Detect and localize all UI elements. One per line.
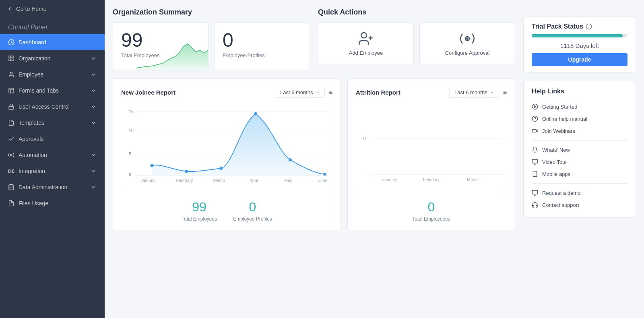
attrition-menu-icon[interactable]: ≡	[503, 89, 507, 96]
go-home-label: Go to Home	[16, 6, 46, 12]
sidebar-item-forms[interactable]: Forms and Tabs	[0, 83, 105, 99]
add-employee-icon	[358, 31, 374, 47]
sidebar-label-integration: Integration	[19, 168, 45, 174]
sidebar-label-templates: Templates	[19, 120, 44, 126]
svg-point-29	[185, 170, 188, 173]
new-joinee-svg-chart: 15 10 5 0	[121, 104, 332, 185]
sidebar-label-files: Files Usage	[19, 200, 48, 206]
help-manual[interactable]: Online help manual	[532, 113, 627, 125]
svg-rect-6	[9, 88, 14, 93]
help-mobile-apps-label: Mobile apps	[542, 171, 570, 177]
configure-approval-icon	[459, 31, 475, 47]
sidebar-item-automation[interactable]: Automation	[0, 147, 105, 163]
help-links-title: Help Links	[532, 88, 627, 95]
play-icon	[532, 159, 538, 165]
svg-point-18	[465, 37, 469, 41]
quick-actions-title: Quick Actions	[318, 8, 515, 17]
headphones-icon	[532, 202, 538, 208]
svg-rect-9	[9, 106, 14, 109]
trial-title: Trial Pack Status	[532, 23, 583, 30]
org-icon	[8, 55, 14, 62]
help-mobile-apps[interactable]: Mobile apps	[532, 168, 627, 180]
help-support-label: Contact support	[542, 202, 579, 208]
svg-rect-12	[12, 170, 14, 173]
attrition-total: 0 Total Employeees	[412, 200, 450, 222]
sidebar-item-organization[interactable]: Organization	[0, 50, 105, 66]
sidebar-item-approvals[interactable]: Approvals	[0, 131, 105, 147]
new-joinee-menu-icon[interactable]: ≡	[329, 89, 332, 96]
new-joinee-title: New Joinee Report	[121, 89, 175, 96]
help-video-tour-label: Video Tour	[542, 159, 567, 165]
help-getting-started[interactable]: Getting Started	[532, 101, 627, 113]
svg-point-31	[254, 112, 257, 116]
help-support[interactable]: Contact support	[532, 199, 627, 211]
attrition-stats: 0 Total Employeees	[356, 193, 507, 222]
quick-actions-section: Quick Actions Add Employee	[318, 8, 515, 64]
new-joinee-dropdown[interactable]: Last 6 months	[275, 87, 325, 98]
chevron-down-icon-8	[90, 184, 97, 190]
chevron-down-icon-2	[90, 71, 97, 78]
total-employees-card: 99 Total Employees	[113, 22, 208, 70]
help-getting-started-label: Getting Started	[542, 104, 577, 110]
files-icon	[8, 200, 14, 206]
help-video-tour[interactable]: Video Tour	[532, 156, 627, 168]
svg-point-5	[10, 72, 12, 74]
access-icon	[8, 103, 14, 110]
svg-text:5: 5	[129, 151, 131, 156]
svg-marker-50	[535, 105, 536, 107]
configure-approval-card[interactable]: Configure Approval	[419, 22, 515, 64]
forms-icon	[8, 87, 14, 94]
help-demo-label: Request a demo	[542, 190, 580, 196]
upgrade-button[interactable]: Upgrade	[532, 53, 627, 66]
sidebar-item-employee[interactable]: Employee	[0, 66, 105, 83]
sidebar-item-dashboard[interactable]: Dashboard	[0, 34, 105, 50]
svg-rect-3	[9, 59, 11, 61]
help-webinars[interactable]: Join Webinars	[532, 125, 627, 137]
help-demo[interactable]: Request a demo	[532, 187, 627, 199]
new-joinee-header: New Joinee Report Last 6 months ≡	[121, 87, 332, 98]
svg-text:January: January	[140, 178, 156, 183]
attrition-total-value: 0	[412, 200, 450, 215]
approvals-icon	[8, 136, 14, 142]
attrition-dropdown[interactable]: Last 6 months	[449, 87, 499, 98]
help-whats-new[interactable]: Whats' New	[532, 144, 627, 156]
main-content: Organization Summary 99 Total Employees	[113, 8, 515, 310]
trial-card: Trial Pack Status 1118 Days left Upgrade	[523, 16, 636, 73]
play-circle-icon	[532, 103, 538, 110]
add-employee-card[interactable]: Add Employee	[318, 22, 414, 64]
configure-approval-label: Configure Approval	[445, 50, 490, 56]
sidebar-label-user-access: User Access Control	[19, 103, 70, 110]
sidebar-label-approvals: Approvals	[19, 136, 43, 142]
chevron-down-icon	[90, 55, 97, 62]
svg-point-14	[9, 184, 14, 186]
sidebar-item-data-admin[interactable]: Data Administration	[0, 179, 105, 195]
help-whats-new-label: Whats' New	[542, 147, 570, 153]
sidebar-item-files[interactable]: Files Usage	[0, 195, 105, 211]
org-summary-title: Organization Summary	[113, 8, 310, 17]
svg-point-49	[532, 104, 537, 109]
attrition-svg-chart: 0 January February March	[356, 104, 507, 185]
chevron-down-icon-4	[90, 103, 97, 110]
org-summary-section: Organization Summary 99 Total Employees	[113, 8, 310, 70]
employee-icon	[8, 71, 14, 78]
help-links-card: Help Links Getting Started Online help m…	[523, 81, 636, 218]
svg-point-28	[151, 164, 154, 167]
sidebar-label-organization: Organization	[19, 55, 50, 62]
go-home-button[interactable]: Go to Home	[6, 6, 98, 12]
sidebar-item-templates[interactable]: Templates	[0, 115, 105, 131]
svg-rect-1	[9, 56, 11, 58]
sidebar-title: Control Panel	[0, 18, 105, 34]
sidebar-item-user-access[interactable]: User Access Control	[0, 99, 105, 115]
automation-icon	[8, 152, 14, 158]
video-icon	[532, 128, 538, 134]
svg-point-10	[10, 154, 12, 156]
sidebar: Go to Home Control Panel Dashboard Organ…	[0, 0, 105, 318]
help-divider-1	[532, 140, 627, 140]
svg-text:0: 0	[363, 136, 366, 141]
chevron-down-icon-7	[90, 168, 97, 174]
svg-text:February: February	[176, 178, 193, 183]
sidebar-item-integration[interactable]: Integration	[0, 163, 105, 179]
sidebar-header: Go to Home	[0, 0, 105, 18]
templates-icon	[8, 120, 14, 126]
chevron-down-icon-6	[90, 152, 97, 158]
